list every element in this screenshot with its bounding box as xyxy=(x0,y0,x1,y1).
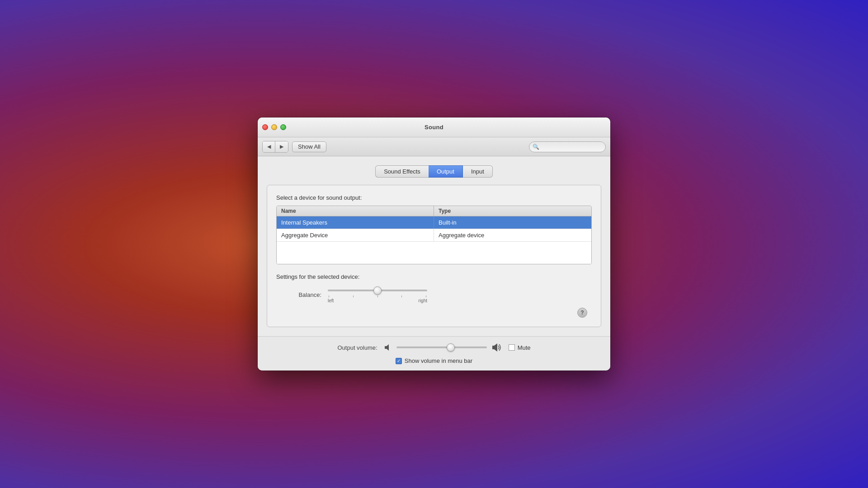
tabs: Sound Effects Output Input xyxy=(267,165,601,178)
balance-track xyxy=(328,290,427,291)
traffic-lights xyxy=(262,124,286,130)
volume-row: Output volume: xyxy=(267,342,601,353)
svg-marker-1 xyxy=(387,344,389,351)
close-button[interactable] xyxy=(262,124,268,130)
balance-label: Balance: xyxy=(294,291,321,298)
tab-output[interactable]: Output xyxy=(429,165,463,178)
show-all-button[interactable]: Show All xyxy=(292,141,326,152)
speaker-high-icon xyxy=(491,342,502,353)
titlebar: Sound xyxy=(258,117,610,137)
bottom-bar: Output volume: xyxy=(258,336,610,371)
device-name: Internal Speakers xyxy=(277,216,434,229)
back-button[interactable]: ◀ xyxy=(263,141,275,152)
balance-tick-marks xyxy=(328,296,427,297)
settings-label: Settings for the selected device: xyxy=(276,273,592,280)
help-button[interactable]: ? xyxy=(577,308,587,318)
balance-slider[interactable] xyxy=(328,286,427,295)
device-settings: Settings for the selected device: Balanc… xyxy=(276,273,592,303)
tab-sound-effects[interactable]: Sound Effects xyxy=(375,165,429,178)
device-name: Aggregate Device xyxy=(277,229,434,241)
balance-right-label: right xyxy=(419,298,427,303)
device-type: Built-in xyxy=(434,216,591,229)
minimize-button[interactable] xyxy=(271,124,277,130)
sound-preferences-window: Sound ◀ ▶ Show All 🔍 Sound Effects Outpu… xyxy=(258,117,610,371)
toolbar: ◀ ▶ Show All 🔍 xyxy=(258,137,610,156)
volume-thumb[interactable] xyxy=(447,343,455,352)
speaker-low-icon xyxy=(384,343,392,352)
nav-buttons: ◀ ▶ xyxy=(262,141,288,153)
checkmark-icon: ✓ xyxy=(397,359,401,363)
table-empty-space xyxy=(277,241,591,264)
output-volume-label: Output volume: xyxy=(337,344,377,351)
svg-rect-0 xyxy=(385,346,387,349)
output-panel: Select a device for sound output: Name T… xyxy=(267,185,601,327)
col-name: Name xyxy=(277,206,434,216)
volume-track xyxy=(396,347,487,348)
tab-input[interactable]: Input xyxy=(463,165,493,178)
show-volume-checkbox[interactable]: ✓ xyxy=(396,358,402,364)
balance-row: Balance: xyxy=(294,286,592,303)
table-header: Name Type xyxy=(277,206,591,216)
search-icon: 🔍 xyxy=(533,144,539,150)
table-row[interactable]: Aggregate Device Aggregate device xyxy=(277,229,591,241)
device-type: Aggregate device xyxy=(434,229,591,241)
search-box: 🔍 xyxy=(529,141,606,152)
mute-label: Mute xyxy=(518,344,531,351)
svg-rect-2 xyxy=(492,346,494,349)
device-table: Name Type Internal Speakers Built-in Agg… xyxy=(276,206,592,264)
show-volume-row: ✓ Show volume in menu bar xyxy=(267,357,601,364)
select-device-label: Select a device for sound output: xyxy=(276,194,592,201)
maximize-button[interactable] xyxy=(280,124,286,130)
balance-labels: left right xyxy=(328,298,427,303)
main-content: Sound Effects Output Input Select a devi… xyxy=(258,156,610,336)
show-volume-label: Show volume in menu bar xyxy=(405,357,472,364)
balance-slider-container: left right xyxy=(328,286,427,303)
window-title: Sound xyxy=(425,124,443,131)
table-row[interactable]: Internal Speakers Built-in xyxy=(277,216,591,229)
mute-row: Mute xyxy=(509,344,531,351)
forward-button[interactable]: ▶ xyxy=(275,141,288,152)
search-input[interactable] xyxy=(529,141,606,152)
balance-left-label: left xyxy=(328,298,334,303)
help-row: ? xyxy=(276,308,592,318)
balance-thumb[interactable] xyxy=(373,286,382,295)
col-type: Type xyxy=(434,206,591,216)
svg-marker-3 xyxy=(494,343,497,352)
mute-checkbox[interactable] xyxy=(509,344,515,351)
volume-slider[interactable] xyxy=(396,343,487,352)
